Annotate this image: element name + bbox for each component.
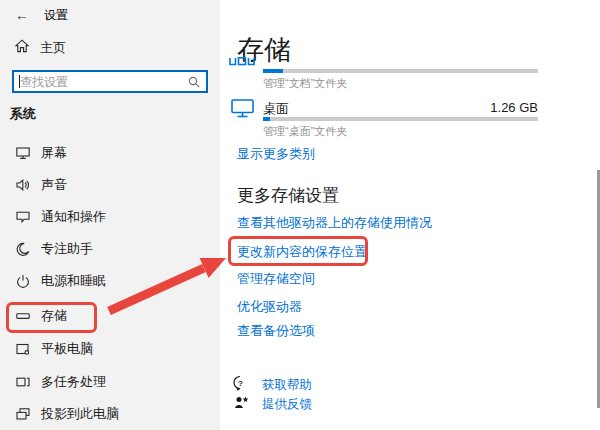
sidebar-item-label: 通知和操作 (41, 208, 106, 226)
documents-usage-bar (263, 69, 538, 73)
desktop-usage-bar (263, 117, 538, 121)
view-backup-options-link[interactable]: 查看备份选项 (237, 322, 315, 340)
sidebar-item-label: 主页 (40, 39, 66, 57)
documents-usage-fill (263, 69, 283, 73)
category-name: 桌面 (263, 100, 289, 118)
give-feedback-link[interactable]: 提供反馈 (234, 395, 312, 414)
documents-category-icon (229, 57, 255, 76)
desktop-category-icon (231, 99, 254, 122)
search-input[interactable] (20, 72, 180, 91)
storage-page: 存储 管理“文档”文件夹 桌面 1.26 GB 管理“桌面”文件夹 显示更多类别… (220, 0, 600, 430)
project-icon (14, 406, 31, 423)
sidebar: ← 设置 主页 系统 屏幕 声音 (0, 0, 220, 430)
desktop-usage-fill (263, 117, 270, 121)
sidebar-item-label: 电源和睡眠 (41, 272, 106, 290)
sidebar-item-tablet[interactable]: 平板电脑 (0, 334, 220, 364)
more-storage-settings-heading: 更多存储设置 (237, 184, 339, 207)
sidebar-item-label: 声音 (41, 176, 67, 194)
display-icon (14, 145, 31, 162)
sidebar-item-label: 专注助手 (41, 240, 93, 258)
get-help-link[interactable]: ? 获取帮助 (232, 375, 312, 395)
manage-documents-link[interactable]: 管理“文档”文件夹 (263, 76, 347, 91)
manage-desktop-link[interactable]: 管理“桌面”文件夹 (263, 124, 347, 139)
optimize-drives-link[interactable]: 优化驱动器 (237, 298, 302, 316)
sidebar-item-home[interactable]: 主页 (0, 33, 220, 63)
manage-storage-spaces-link[interactable]: 管理存储空间 (237, 270, 315, 288)
tablet-icon (14, 341, 31, 358)
sidebar-section-system: 系统 (10, 105, 36, 123)
settings-search-box[interactable] (12, 70, 208, 93)
sidebar-item-label: 屏幕 (41, 144, 67, 162)
sidebar-item-notifications[interactable]: 通知和操作 (0, 202, 220, 232)
sidebar-item-label: 平板电脑 (41, 340, 93, 358)
sidebar-item-projecting[interactable]: 投影到此电脑 (0, 399, 220, 429)
sound-icon (14, 177, 31, 194)
view-other-drives-link[interactable]: 查看其他驱动器上的存储使用情况 (237, 214, 432, 232)
sidebar-item-sound[interactable]: 声音 (0, 170, 220, 200)
back-button[interactable]: ← (10, 4, 34, 26)
focus-assist-icon (14, 241, 31, 258)
power-icon (14, 273, 31, 290)
give-feedback-label: 提供反馈 (262, 396, 312, 413)
multitask-icon (14, 374, 31, 391)
window-title: 设置 (44, 7, 68, 24)
sidebar-item-display[interactable]: 屏幕 (0, 138, 220, 168)
settings-window: ← 设置 主页 系统 屏幕 声音 (0, 0, 600, 430)
home-icon (14, 38, 30, 58)
sidebar-item-multitasking[interactable]: 多任务处理 (0, 367, 220, 397)
annotation-box-save-location (228, 236, 368, 266)
category-size: 1.26 GB (490, 100, 538, 115)
sidebar-item-label: 投影到此电脑 (41, 405, 119, 423)
sidebar-item-label: 多任务处理 (41, 373, 106, 391)
notifications-icon (14, 209, 31, 226)
give-feedback-icon (234, 395, 249, 414)
get-help-icon: ? (232, 375, 249, 395)
annotation-arrow (100, 245, 235, 320)
search-icon[interactable] (187, 75, 201, 93)
show-more-categories-link[interactable]: 显示更多类别 (237, 145, 315, 163)
get-help-label: 获取帮助 (262, 377, 312, 394)
annotation-box-storage (6, 302, 97, 333)
svg-text:?: ? (238, 379, 243, 388)
